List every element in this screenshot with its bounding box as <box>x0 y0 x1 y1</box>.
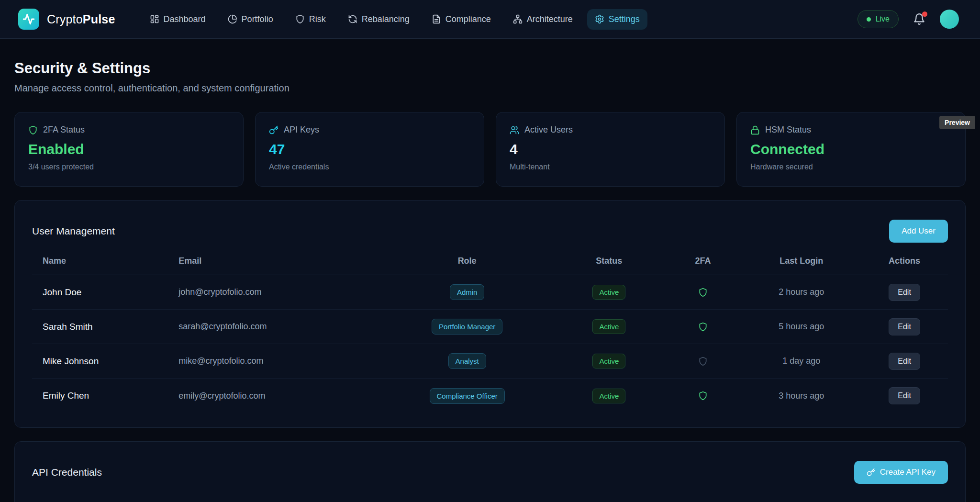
twofa-shield-icon <box>664 287 742 298</box>
user-management-title: User Management <box>32 225 115 237</box>
status-badge: Active <box>592 389 625 403</box>
twofa-shield-icon <box>664 322 742 332</box>
main-content: Security & Settings Manage access contro… <box>0 60 980 502</box>
role-badge: Admin <box>450 284 485 300</box>
stat-subtext: Multi-tenant <box>510 163 711 171</box>
user-name: John Doe <box>32 287 178 298</box>
stat-label: HSM Status <box>765 125 811 135</box>
edit-user-button[interactable]: Edit <box>889 284 920 301</box>
column-header-status: Status <box>554 256 664 266</box>
user-table-row: Emily Chenemily@cryptofolio.comComplianc… <box>32 379 948 413</box>
role-badge: Portfolio Manager <box>432 319 502 335</box>
user-name: Mike Johnson <box>32 356 178 367</box>
nav-item-architecture[interactable]: Architecture <box>505 9 580 30</box>
shield-icon <box>28 125 38 135</box>
brand-logo <box>18 9 39 30</box>
key-icon <box>867 468 875 477</box>
add-user-button[interactable]: Add User <box>889 220 948 243</box>
user-email: john@cryptofolio.com <box>178 287 380 297</box>
nav-menu: Dashboard Portfolio Risk Rebalancing Com… <box>142 9 647 30</box>
user-table: Name Email Role Status 2FA Last Login Ac… <box>32 256 948 413</box>
create-api-key-label: Create API Key <box>880 468 935 477</box>
stat-value: 4 <box>510 141 711 157</box>
nav-item-label: Architecture <box>527 14 573 24</box>
top-nav: CryptoPulse Dashboard Portfolio Risk Reb… <box>0 0 980 39</box>
page-subtitle: Manage access control, authentication, a… <box>14 83 966 94</box>
stat-label: Active Users <box>524 125 573 135</box>
last-login: 3 hours ago <box>742 391 861 401</box>
user-table-body: John Doejohn@cryptofolio.comAdminActive2… <box>32 275 948 413</box>
stat-card-api-keys: API Keys 47 Active credentials <box>255 112 484 187</box>
stat-card-active-users: Active Users 4 Multi-tenant <box>496 112 725 187</box>
lock-icon <box>750 125 760 135</box>
shield-icon <box>295 14 305 24</box>
refresh-icon <box>348 14 357 24</box>
brand-name: CryptoPulse <box>47 12 115 26</box>
user-table-header: Name Email Role Status 2FA Last Login Ac… <box>32 256 948 275</box>
key-icon <box>269 125 278 135</box>
stat-label: API Keys <box>284 125 319 135</box>
dashboard-grid-icon <box>150 14 159 24</box>
edit-user-button[interactable]: Edit <box>889 353 920 370</box>
user-management-panel: User Management Add User Name Email Role… <box>14 200 966 428</box>
nav-item-label: Portfolio <box>242 14 273 24</box>
nav-right: Live <box>858 10 959 29</box>
stat-subtext: 3/4 users protected <box>28 163 230 171</box>
user-email: emily@cryptofolio.com <box>178 391 380 401</box>
last-login: 1 day ago <box>742 356 861 366</box>
document-icon <box>432 14 441 24</box>
column-header-email: Email <box>178 256 380 266</box>
pie-chart-icon <box>228 14 237 24</box>
user-email: mike@cryptofolio.com <box>178 356 380 366</box>
user-table-row: Sarah Smithsarah@cryptofolio.comPortfoli… <box>32 310 948 344</box>
nav-item-label: Settings <box>609 14 640 24</box>
twofa-shield-icon <box>664 356 742 367</box>
user-name: Sarah Smith <box>32 322 178 332</box>
org-chart-icon <box>513 14 523 24</box>
twofa-shield-icon <box>664 390 742 401</box>
avatar[interactable] <box>940 10 959 29</box>
stat-card-hsm-status: HSM Status Connected Hardware secured <box>736 112 966 187</box>
api-credentials-panel: API Credentials Create API Key <box>14 441 966 502</box>
nav-item-label: Compliance <box>445 14 491 24</box>
user-table-row: Mike Johnsonmike@cryptofolio.comAnalystA… <box>32 344 948 379</box>
notifications-button[interactable] <box>913 13 925 25</box>
stat-label: 2FA Status <box>43 125 85 135</box>
live-status-badge: Live <box>858 10 899 28</box>
role-badge: Analyst <box>448 353 486 369</box>
last-login: 2 hours ago <box>742 287 861 297</box>
stat-card-2fa-status: 2FA Status Enabled 3/4 users protected <box>14 112 244 187</box>
column-header-actions: Actions <box>861 256 948 266</box>
nav-item-rebalancing[interactable]: Rebalancing <box>340 9 417 30</box>
stat-value: Connected <box>750 141 952 157</box>
users-icon <box>510 125 519 135</box>
stat-value: Enabled <box>28 141 230 157</box>
user-email: sarah@cryptofolio.com <box>178 322 380 332</box>
user-table-row: John Doejohn@cryptofolio.comAdminActive2… <box>32 275 948 310</box>
role-badge: Compliance Officer <box>430 388 505 404</box>
nav-item-risk[interactable]: Risk <box>288 9 334 30</box>
user-name: Emily Chen <box>32 390 178 401</box>
live-label: Live <box>876 15 890 23</box>
status-badge: Active <box>592 354 625 368</box>
nav-item-portfolio[interactable]: Portfolio <box>220 9 281 30</box>
edit-user-button[interactable]: Edit <box>889 387 920 404</box>
stat-value: 47 <box>269 141 470 157</box>
stat-cards-row: 2FA Status Enabled 3/4 users protected A… <box>14 112 966 187</box>
pulse-activity-icon <box>22 13 35 25</box>
notification-dot-icon <box>922 11 927 17</box>
nav-item-settings[interactable]: Settings <box>587 9 647 30</box>
brand[interactable]: CryptoPulse <box>18 9 115 30</box>
page-title: Security & Settings <box>14 60 966 77</box>
nav-item-dashboard[interactable]: Dashboard <box>142 9 213 30</box>
nav-item-label: Rebalancing <box>362 14 410 24</box>
stat-subtext: Active credentials <box>269 163 470 171</box>
nav-item-compliance[interactable]: Compliance <box>424 9 499 30</box>
stat-subtext: Hardware secured <box>750 163 952 171</box>
nav-item-label: Dashboard <box>164 14 206 24</box>
edit-user-button[interactable]: Edit <box>889 318 920 335</box>
create-api-key-button[interactable]: Create API Key <box>854 461 948 484</box>
column-header-name: Name <box>32 256 178 266</box>
status-badge: Active <box>592 319 625 334</box>
api-credentials-title: API Credentials <box>32 467 102 478</box>
